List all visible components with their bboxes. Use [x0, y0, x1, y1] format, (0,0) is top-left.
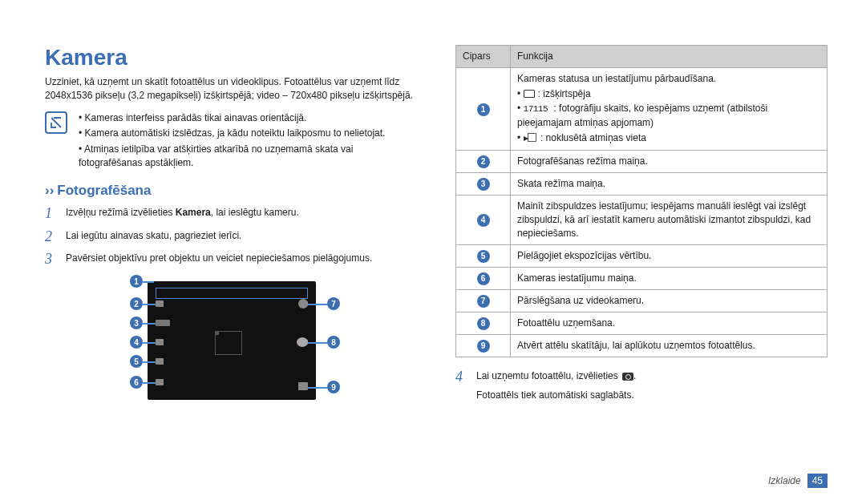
row-text: Atvērt attēlu skatītāju, lai aplūkotu uz…	[511, 334, 828, 357]
step-item: 1 Izvēļņu režīmā izvēlieties Kamera, lai…	[45, 204, 417, 223]
chevron-icon: ››	[45, 183, 54, 198]
table-row: 1 Kameras statusa un iestatījumu pārbaud…	[456, 67, 828, 151]
diagram-badge: 6	[130, 376, 143, 389]
row-text: Kameras statusa un iestatījumu pārbaudīš…	[517, 73, 716, 84]
step-text: Izvēļņu režīmā izvēlieties Kamera, lai i…	[66, 204, 299, 223]
note-item: Kameras interfeiss parādās tikai ainavas…	[75, 111, 417, 125]
function-table: Cipars Funkcija 1 Kameras statusa un ies…	[455, 45, 828, 357]
row-badge: 9	[477, 340, 490, 353]
row-badge: 7	[477, 295, 490, 308]
row-text: Fotoattēlu uzņemšana.	[511, 312, 828, 334]
right-column: Cipars Funkcija 1 Kameras statusa un ies…	[455, 45, 828, 405]
row-text: Pārslēgšana uz videokameru.	[511, 289, 828, 312]
footer-section-label: Izklaide	[768, 475, 801, 486]
step-item: 4 Lai uzņemtu fotoattēlu, izvēlieties .	[455, 367, 828, 386]
table-header: Cipars	[456, 46, 511, 68]
table-row: 4 Mainīt zibspuldzes iestatījumu; iespēj…	[456, 196, 828, 244]
counter-glyph: 17115	[524, 104, 548, 114]
diagram-topbar	[156, 288, 308, 299]
row-sublist: : izšķirtspēja 17115 : fotogrāfiju skait…	[517, 87, 820, 145]
page-number: 45	[807, 474, 828, 488]
left-column: Kamera Uzziniet, kā uzņemt un skatīt fot…	[45, 45, 417, 405]
step-text: Pavērsiet objektīvu pret objektu un veic…	[66, 249, 372, 268]
step-text: Lai uzņemtu fotoattēlu, izvēlieties .	[476, 367, 636, 386]
step-number: 2	[45, 227, 58, 246]
step-number: 3	[45, 249, 58, 268]
note-item: Atmiņas ietilpība var atšķirties atkarīb…	[75, 143, 417, 171]
diagram-badge: 5	[130, 355, 143, 368]
diagram-badge: 7	[327, 297, 340, 310]
sub-item: 17115 : fotogrāfiju skaits, ko iespējams…	[517, 102, 820, 129]
flash-icon	[156, 339, 164, 345]
page-footer: Izklaide 45	[768, 474, 828, 488]
note-icon	[45, 111, 67, 134]
sub-item: ▸🞎 : noklusētā atmiņas vieta	[517, 131, 820, 145]
row-text: Mainīt zibspuldzes iestatījumu; iespējam…	[511, 196, 828, 244]
diagram-badge: 2	[130, 297, 143, 310]
table-row: 6 Kameras iestatījumu maiņa.	[456, 267, 828, 289]
step-text: Lai iegūtu ainavas skatu, pagrieziet ier…	[66, 227, 241, 246]
table-row: 2 Fotografēšanas režīma maiņa.	[456, 151, 828, 173]
gear-icon	[156, 379, 164, 385]
resolution-icon	[524, 90, 535, 98]
row-text: Kameras iestatījumu maiņa.	[511, 267, 828, 289]
camera-icon	[622, 373, 633, 381]
row-text: Pielāgojiet ekspozīcijas vērtību.	[511, 244, 828, 267]
step-number: 1	[45, 204, 58, 223]
diagram-badge: 8	[327, 336, 340, 349]
note-item: Kamera automātiski izslēdzas, ja kādu no…	[75, 127, 417, 140]
diagram-badge: 1	[130, 275, 143, 288]
row-badge: 3	[477, 178, 490, 191]
row-badge: 6	[477, 272, 490, 285]
row-badge: 2	[477, 155, 490, 168]
table-row: 9 Atvērt attēlu skatītāju, lai aplūkotu …	[456, 334, 828, 357]
intro-text: Uzziniet, kā uzņemt un skatīt fotoattēlu…	[45, 75, 417, 103]
diagram-badge: 4	[130, 336, 143, 349]
row-text: Skata režīma maiņa.	[511, 173, 828, 196]
gallery-icon	[298, 382, 308, 390]
row-badge: 8	[477, 317, 490, 330]
row-text: Fotografēšanas režīma maiņa.	[511, 151, 828, 173]
diagram-badge: 9	[327, 381, 340, 393]
steps-continued: 4 Lai uzņemtu fotoattēlu, izvēlieties .	[455, 367, 828, 386]
page-title: Kamera	[45, 45, 417, 71]
storage-icon: ▸🞎	[524, 132, 535, 143]
row-badge: 1	[477, 103, 490, 116]
row-badge: 4	[477, 214, 490, 227]
camera-diagram: 1 2 3 4 5 6 7 8	[103, 276, 359, 405]
table-row: 3 Skata režīma maiņa.	[456, 173, 828, 196]
sub-item: : izšķirtspēja	[517, 87, 820, 101]
mode-icon	[156, 300, 164, 307]
step-note: Fotoattēls tiek automātiski saglabāts.	[476, 389, 828, 401]
steps-list: 1 Izvēļņu režīmā izvēlieties Kamera, lai…	[45, 204, 417, 268]
diagram-badge: 3	[130, 317, 143, 329]
section-heading: ››Fotografēšana	[45, 183, 417, 199]
step-item: 3 Pavērsiet objektīvu pret objektu un ve…	[45, 249, 417, 268]
step-item: 2 Lai iegūtu ainavas skatu, pagrieziet i…	[45, 227, 417, 246]
focus-box	[215, 331, 242, 355]
exposure-icon	[156, 358, 164, 365]
step-number: 4	[455, 367, 468, 386]
note-box: Kameras interfeiss parādās tikai ainavas…	[45, 111, 417, 172]
scene-icon	[156, 320, 170, 326]
row-badge: 5	[477, 250, 490, 263]
table-header: Funkcija	[511, 46, 828, 68]
note-list: Kameras interfeiss parādās tikai ainavas…	[75, 111, 417, 172]
table-row: 5 Pielāgojiet ekspozīcijas vērtību.	[456, 244, 828, 267]
table-row: 7 Pārslēgšana uz videokameru.	[456, 289, 828, 312]
table-row: 8 Fotoattēlu uzņemšana.	[456, 312, 828, 334]
